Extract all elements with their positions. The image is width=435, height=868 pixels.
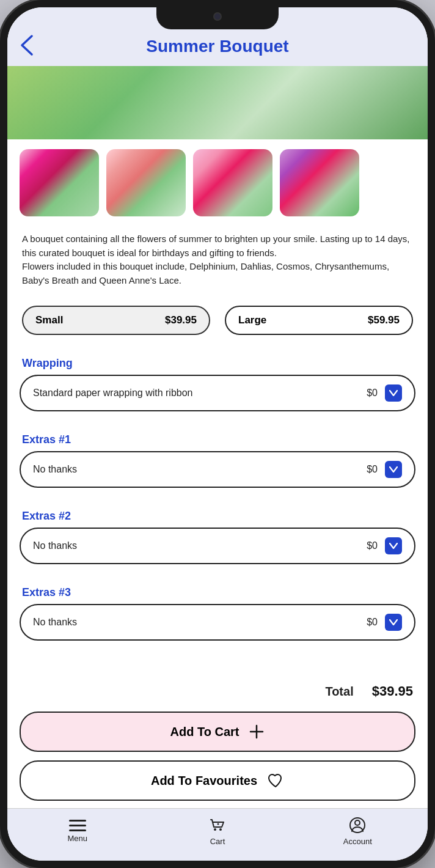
extras3-dropdown[interactable]: No thanks $0 xyxy=(20,604,415,641)
thumbnail-row xyxy=(7,139,428,226)
size-large-button[interactable]: Large $59.95 xyxy=(225,306,413,335)
size-small-button[interactable]: Small $39.95 xyxy=(22,306,210,335)
screen: Summer Bouquet A bouquet containing all … xyxy=(7,7,428,861)
content-scroll: A bouquet containing all the flowers of … xyxy=(7,66,428,808)
phone-frame: Summer Bouquet A bouquet containing all … xyxy=(0,0,435,868)
wrapping-price: $0 xyxy=(367,388,378,399)
svg-point-1 xyxy=(219,828,222,831)
tab-account-label: Account xyxy=(343,837,372,846)
extras1-selected-value: No thanks xyxy=(33,464,77,475)
thumbnail-4[interactable] xyxy=(280,149,359,216)
plus-icon xyxy=(249,724,265,740)
total-amount: $39.95 xyxy=(372,683,413,699)
extras2-price: $0 xyxy=(367,540,378,551)
extras2-dropdown-right: $0 xyxy=(367,537,402,554)
extras2-dropdown[interactable]: No thanks $0 xyxy=(20,528,415,564)
extras2-section-label: Extras #2 xyxy=(7,500,428,528)
hero-flowers-decoration xyxy=(7,66,428,139)
tab-account[interactable]: Account xyxy=(288,816,428,846)
tab-cart-label: Cart xyxy=(210,837,225,846)
tab-bar: Menu Cart Account xyxy=(7,808,428,861)
extras3-dropdown-right: $0 xyxy=(367,614,402,631)
add-to-cart-button[interactable]: Add To Cart xyxy=(20,712,415,752)
page-title: Summer Bouquet xyxy=(146,37,288,56)
hero-image xyxy=(7,66,428,139)
extras3-selected-value: No thanks xyxy=(33,617,77,628)
extras1-dropdown[interactable]: No thanks $0 xyxy=(20,451,415,488)
phone-notch xyxy=(156,7,279,29)
product-description: A bouquet containing all the flowers of … xyxy=(7,226,428,300)
extras1-price: $0 xyxy=(367,464,378,475)
heart-icon xyxy=(267,773,284,789)
svg-point-4 xyxy=(355,820,360,825)
thumbnail-1[interactable] xyxy=(20,149,99,216)
account-icon xyxy=(348,816,367,834)
extras2-dropdown-arrow-icon xyxy=(385,537,402,554)
wrapping-selected-value: Standard paper wrapping with ribbon xyxy=(33,388,193,399)
size-large-price: $59.95 xyxy=(368,314,400,326)
extras1-dropdown-right: $0 xyxy=(367,461,402,478)
cart-icon xyxy=(208,816,227,834)
wrapping-dropdown-arrow-icon xyxy=(385,384,402,402)
size-small-price: $39.95 xyxy=(165,314,197,326)
wrapping-dropdown-right: $0 xyxy=(367,384,402,402)
svg-point-0 xyxy=(214,828,216,831)
extras3-section-label: Extras #3 xyxy=(7,576,428,604)
thumbnail-2[interactable] xyxy=(106,149,186,216)
wrapping-dropdown[interactable]: Standard paper wrapping with ribbon $0 xyxy=(20,375,415,411)
extras1-section-label: Extras #1 xyxy=(7,424,428,451)
size-large-label: Large xyxy=(238,314,266,326)
phone-camera xyxy=(213,12,222,21)
back-button[interactable] xyxy=(20,34,34,60)
size-small-label: Small xyxy=(35,314,63,326)
thumbnail-3[interactable] xyxy=(193,149,272,216)
add-cart-label: Add To Cart xyxy=(170,725,239,739)
extras3-dropdown-arrow-icon xyxy=(385,614,402,631)
add-fav-label: Add To Favourites xyxy=(151,774,257,788)
tab-cart[interactable]: Cart xyxy=(147,816,287,846)
svg-point-2 xyxy=(217,823,219,825)
action-buttons: Add To Cart Add To Favourites xyxy=(7,712,428,808)
tab-menu-label: Menu xyxy=(67,834,87,843)
extras1-dropdown-arrow-icon xyxy=(385,461,402,478)
tab-menu[interactable]: Menu xyxy=(7,820,147,843)
wrapping-section-label: Wrapping xyxy=(7,347,428,375)
extras2-selected-value: No thanks xyxy=(33,540,77,551)
total-label: Total xyxy=(325,685,353,699)
add-to-favourites-button[interactable]: Add To Favourites xyxy=(20,760,415,801)
total-row: Total $39.95 xyxy=(7,671,428,712)
description-text: A bouquet containing all the flowers of … xyxy=(22,232,413,287)
menu-icon xyxy=(69,820,86,831)
size-options: Small $39.95 Large $59.95 xyxy=(7,300,428,347)
extras3-price: $0 xyxy=(367,617,378,628)
